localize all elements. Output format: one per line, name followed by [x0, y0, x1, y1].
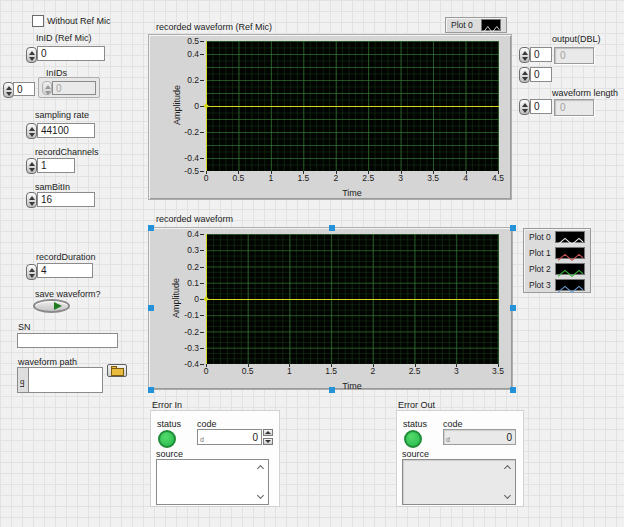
x-tick-mark	[336, 171, 337, 174]
save-waveform-label: save waveform?	[35, 289, 101, 299]
error-out-status-label: status	[403, 419, 427, 429]
waveform-path-field[interactable]	[28, 367, 103, 393]
inid-spinner[interactable]	[26, 47, 37, 63]
x-tick-label: 1.5	[288, 174, 318, 183]
legend-item[interactable]: Plot 0	[446, 18, 506, 32]
error-out-code-radix: d	[446, 436, 450, 443]
y-tick-mark	[200, 299, 204, 300]
x-tick-mark	[238, 171, 239, 174]
sampling-rate-field[interactable]: 44100	[37, 123, 95, 138]
y-tick-mark	[200, 283, 204, 284]
browse-button[interactable]	[107, 364, 127, 377]
inids-element-spinner	[42, 81, 52, 95]
legend-item[interactable]: Plot 3	[524, 277, 590, 293]
x-tick-mark	[498, 364, 499, 367]
selection-handle-top-middle[interactable]	[329, 225, 335, 231]
record-channels-field[interactable]: 1	[37, 158, 75, 173]
x-tick-mark	[303, 171, 304, 174]
x-tick-label: 1.5	[316, 367, 346, 376]
x-tick-label: 2	[358, 367, 388, 376]
scroll-down-icon[interactable]	[257, 492, 264, 499]
x-tick-label: 2.5	[400, 367, 430, 376]
y-tick-mark	[200, 332, 204, 333]
x-tick-mark	[271, 171, 272, 174]
selection-handle-middle-right[interactable]	[510, 305, 516, 311]
error-in-code-spinner[interactable]	[263, 429, 273, 445]
x-tick-label: 0.5	[233, 367, 263, 376]
y-tick-mark	[200, 171, 204, 172]
selection-handle-top-right[interactable]	[510, 225, 516, 231]
error-out-code-label: code	[443, 419, 463, 429]
waveform-length-field[interactable]: 0	[530, 99, 552, 114]
x-tick-mark	[401, 171, 402, 174]
legend-line-sample	[555, 263, 585, 275]
scroll-up-icon[interactable]	[504, 465, 511, 472]
output2-spinner[interactable]	[519, 67, 530, 83]
record-channels-label: recordChannels	[35, 147, 99, 157]
y-tick-label: -0.4	[149, 154, 199, 163]
selection-handle-bottom-middle[interactable]	[329, 387, 335, 393]
x-tick-label: 0.5	[223, 174, 253, 183]
error-out-title: Error Out	[398, 400, 435, 410]
legend-item[interactable]: Plot 0	[524, 229, 590, 245]
error-in-code-radix: d	[200, 436, 204, 443]
legend-label: Plot 0	[451, 20, 481, 30]
sampling-rate-label: sampling rate	[35, 110, 89, 120]
sampling-rate-spinner[interactable]	[26, 123, 37, 139]
without-ref-mic-checkbox[interactable]	[32, 15, 44, 27]
graph2-y-axis-label: Amplitude	[171, 253, 183, 343]
graph1-legend[interactable]: Plot 0	[445, 17, 507, 33]
sn-field[interactable]	[17, 333, 118, 348]
waveform-length-label: waveform length	[552, 88, 618, 98]
graph-recorded-waveform[interactable]: 0.40.30.20.10-0.1-0.2-0.3-0.4 00.511.522…	[148, 227, 513, 390]
selection-handle-top-left[interactable]	[148, 225, 154, 231]
record-duration-field[interactable]: 4	[37, 263, 93, 278]
x-tick-mark	[373, 364, 374, 367]
selection-handle-bottom-left[interactable]	[148, 387, 154, 393]
plot-zero-line	[206, 299, 499, 300]
x-tick-mark	[331, 364, 332, 367]
error-out-source-field	[402, 459, 516, 505]
graph2-legend[interactable]: Plot 0Plot 1Plot 2Plot 3	[523, 228, 591, 293]
x-tick-mark	[289, 364, 290, 367]
legend-item[interactable]: Plot 1	[524, 245, 590, 261]
inid-field[interactable]: 0	[37, 46, 105, 61]
error-in-code-value: 0	[252, 432, 258, 443]
output1-spinner[interactable]	[519, 47, 530, 63]
inids-element-field: 0	[52, 81, 96, 95]
sam-bit-in-spinner[interactable]	[26, 192, 37, 208]
record-channels-spinner[interactable]	[26, 158, 37, 174]
error-in-source-field[interactable]	[156, 459, 269, 505]
save-waveform-button[interactable]	[33, 299, 70, 313]
error-in-code-field[interactable]: d 0	[197, 429, 262, 445]
output-dbl-label: output(DBL)	[552, 34, 601, 44]
waveform-length-spinner[interactable]	[519, 99, 530, 115]
output1-field[interactable]: 0	[530, 47, 552, 62]
sam-bit-in-label: samBitIn	[35, 182, 70, 192]
x-tick-mark	[433, 171, 434, 174]
sam-bit-in-field[interactable]: 16	[37, 192, 95, 207]
scroll-up-icon[interactable]	[257, 465, 264, 472]
scroll-down-icon[interactable]	[504, 492, 511, 499]
graph-recorded-waveform-ref-mic[interactable]: 0.50.40.20-0.2-0.4-0.5 00.511.522.533.54…	[148, 34, 512, 200]
plot-area[interactable]	[206, 234, 499, 364]
x-tick-mark	[206, 171, 207, 174]
inids-index-field[interactable]: 0	[13, 82, 35, 96]
error-in-status-led[interactable]	[158, 430, 176, 448]
x-tick-mark	[466, 171, 467, 174]
legend-label: Plot 3	[529, 280, 555, 290]
y-tick-mark	[200, 267, 204, 268]
front-panel: Without Ref Mic InID (Ref Mic) 0 InIDs 0…	[0, 0, 624, 527]
selection-handle-bottom-right[interactable]	[510, 387, 516, 393]
without-ref-mic-label: Without Ref Mic	[47, 16, 111, 26]
legend-item[interactable]: Plot 2	[524, 261, 590, 277]
output2-field[interactable]: 0	[530, 67, 552, 82]
legend-line-sample	[555, 279, 585, 291]
selection-handle-middle-left[interactable]	[148, 305, 154, 311]
plot-area-ref-mic[interactable]	[206, 41, 499, 171]
x-tick-mark	[206, 364, 207, 367]
output1-indicator: 0	[554, 47, 594, 64]
record-duration-spinner[interactable]	[26, 264, 37, 280]
x-tick-label: 1	[274, 367, 304, 376]
legend-label: Plot 1	[529, 248, 555, 258]
